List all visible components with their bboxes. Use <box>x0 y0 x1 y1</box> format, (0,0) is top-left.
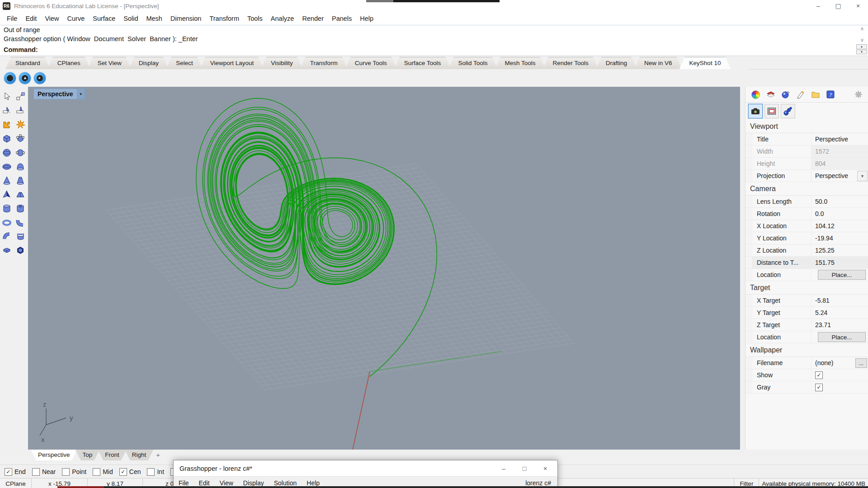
command-input[interactable]: Command: <box>0 43 868 56</box>
toolbar-tab-render-tools[interactable]: Render Tools <box>542 57 598 69</box>
object-tab[interactable] <box>781 104 795 118</box>
property-value[interactable]: ✓ <box>811 381 868 393</box>
perspective-viewport[interactable]: zyx <box>28 87 740 450</box>
split-icon[interactable] <box>14 104 26 116</box>
help-icon[interactable]: ? <box>823 88 838 101</box>
checkbox[interactable] <box>62 468 70 476</box>
toolbar-tab-visibility[interactable]: Visibility <box>261 57 303 69</box>
spin-down-icon[interactable]: ▼ <box>856 50 867 55</box>
dropdown-chevron-icon[interactable]: ▼ <box>857 171 868 181</box>
grasshopper-window[interactable]: Grasshopper - lorenz c#* – □ × FileEditV… <box>173 460 558 488</box>
ellipsoid-icon[interactable] <box>1 160 13 172</box>
keyshot-update-icon[interactable]: ▲ <box>19 72 31 84</box>
place-button[interactable]: Place... <box>818 270 866 280</box>
property-value[interactable]: 104.12 <box>811 220 868 232</box>
toolbar-tab-set-view[interactable]: Set View <box>88 57 132 69</box>
paraboloid-icon[interactable] <box>14 160 26 172</box>
property-value[interactable]: Place... <box>811 269 868 281</box>
move-drag-icon[interactable] <box>14 90 26 102</box>
pen-icon[interactable] <box>793 88 808 101</box>
toolbar-tab-solid-tools[interactable]: Solid Tools <box>448 57 497 69</box>
menu-item-surface[interactable]: Surface <box>89 13 119 24</box>
truncated-pyramid-icon[interactable] <box>14 188 26 200</box>
sphere-icon[interactable] <box>1 146 13 158</box>
toolbar-tab-new-in-v6[interactable]: New in V6 <box>634 57 682 69</box>
property-value[interactable]: Perspective <box>811 133 868 145</box>
cone-icon[interactable] <box>1 174 13 186</box>
checkbox[interactable]: ✓ <box>119 468 127 476</box>
property-value[interactable]: 50.0 <box>811 196 868 207</box>
view-tab-right[interactable]: Right <box>125 450 154 460</box>
osnap-mid[interactable]: Mid <box>93 468 113 476</box>
toolbar-tab-surface-tools[interactable]: Surface Tools <box>394 57 451 69</box>
viewport-title-menu[interactable]: Perspective ▼ <box>33 89 85 99</box>
menu-item-edit[interactable]: Edit <box>21 13 41 24</box>
property-value[interactable]: -5.81 <box>811 295 868 306</box>
viewport-camera-tab[interactable] <box>748 104 763 118</box>
osnap-cen[interactable]: ✓Cen <box>119 468 141 476</box>
restore-button[interactable]: ▢ <box>828 0 848 11</box>
property-value[interactable]: Perspective▼ <box>811 170 868 182</box>
property-value[interactable]: 0.0 <box>811 208 868 220</box>
property-value[interactable]: ✓ <box>811 369 868 381</box>
menu-item-tools[interactable]: Tools <box>243 13 267 24</box>
add-view-tab-button[interactable]: + <box>151 450 165 460</box>
command-history-scrollbar[interactable]: ∧ ∨ <box>857 26 867 43</box>
chevron-down-icon[interactable]: ▼ <box>77 89 85 99</box>
pipe-curve-icon[interactable] <box>1 230 13 242</box>
toolbar-tab-standard[interactable]: Standard <box>5 57 50 69</box>
property-value[interactable]: (none)... <box>811 357 868 369</box>
slab-icon[interactable] <box>1 244 13 256</box>
property-value[interactable]: -19.94 <box>811 232 868 244</box>
menu-item-analyze[interactable]: Analyze <box>267 13 298 24</box>
explode-icon[interactable] <box>14 118 26 130</box>
truncated-cone-icon[interactable] <box>14 174 26 186</box>
property-value[interactable]: 5.24 <box>811 307 868 319</box>
gh-minimize-button[interactable]: – <box>493 462 514 475</box>
scroll-up-icon[interactable]: ∧ <box>860 26 864 32</box>
property-value[interactable]: 151.75 <box>811 257 868 268</box>
torus-icon[interactable] <box>1 216 13 228</box>
place-button[interactable]: Place... <box>818 332 866 342</box>
checkbox[interactable]: ✓ <box>815 371 823 379</box>
menu-item-help[interactable]: Help <box>356 13 377 24</box>
scroll-down-icon[interactable]: ∨ <box>860 37 864 43</box>
wallpaper-tab[interactable] <box>764 104 779 118</box>
toolbar-tab-mesh-tools[interactable]: Mesh Tools <box>495 57 545 69</box>
checkbox[interactable] <box>147 468 155 476</box>
menu-item-render[interactable]: Render <box>298 13 328 24</box>
layers-icon[interactable] <box>763 88 778 101</box>
half-cylinder-icon[interactable] <box>14 230 26 242</box>
checkbox[interactable]: ✓ <box>5 468 12 476</box>
keyshot-render-icon[interactable] <box>4 72 16 84</box>
color-wheel-icon[interactable] <box>748 88 763 101</box>
view-tab-top[interactable]: Top <box>75 450 100 460</box>
toolbar-tab-viewport-layout[interactable]: Viewport Layout <box>200 57 264 69</box>
view-tab-perspective[interactable]: Perspective <box>31 450 77 460</box>
toolbar-tab-display[interactable]: Display <box>129 57 169 69</box>
property-value[interactable]: 125.25 <box>811 244 868 256</box>
toolbar-tab-select[interactable]: Select <box>166 57 203 69</box>
view-tab-front[interactable]: Front <box>98 450 127 460</box>
gear-icon[interactable] <box>851 88 866 101</box>
tube-icon[interactable] <box>14 202 26 214</box>
toolbar-tab-drafting[interactable]: Drafting <box>596 57 637 69</box>
grasshopper-title-bar[interactable]: Grasshopper - lorenz c#* – □ × <box>174 460 557 476</box>
pyramid-icon[interactable] <box>1 188 13 200</box>
box-control-points-icon[interactable] <box>14 132 26 144</box>
command-history[interactable]: Out of range Grasshopper option ( Window… <box>0 25 868 44</box>
close-button[interactable]: × <box>848 0 868 11</box>
osnap-point[interactable]: Point <box>62 468 86 476</box>
hex-prism-icon[interactable] <box>14 244 26 256</box>
osnap-end[interactable]: ✓End <box>5 468 26 476</box>
menu-item-mesh[interactable]: Mesh <box>142 13 166 24</box>
checkbox[interactable]: ✓ <box>815 384 823 391</box>
spin-up-icon[interactable]: ▲ <box>856 44 867 49</box>
pipe-elbow-icon[interactable] <box>14 216 26 228</box>
sphere-control-points-icon[interactable] <box>14 146 26 158</box>
material-icon[interactable] <box>778 88 793 101</box>
checkbox[interactable] <box>93 468 100 476</box>
browse-button[interactable]: ... <box>855 358 867 368</box>
menu-item-panels[interactable]: Panels <box>328 13 356 24</box>
menu-item-solid[interactable]: Solid <box>119 13 142 24</box>
